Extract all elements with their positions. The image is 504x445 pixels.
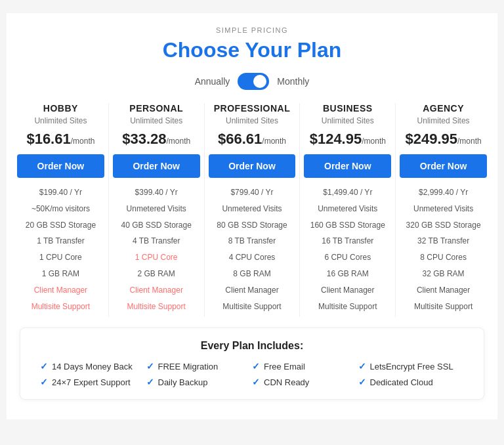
plans-table: HOBBY Unlimited Sites $16.61/month Order…	[7, 103, 497, 317]
plan-ram: 16 GB RAM	[304, 268, 391, 280]
check-icon: ✓	[252, 361, 260, 371]
plan-multisite: Multisite Support	[17, 301, 104, 312]
plan-multisite: Multisite Support	[400, 301, 487, 312]
plan-col-hobby: HOBBY Unlimited Sites $16.61/month Order…	[13, 103, 109, 317]
plan-storage: 80 GB SSD Storage	[209, 220, 296, 231]
simple-pricing-label: SIMPLE PRICING	[7, 26, 497, 34]
plan-visits: Unmetered Visits	[113, 203, 200, 215]
plan-cpu: 4 CPU Cores	[209, 252, 296, 263]
plan-price: $33.28/month	[122, 131, 190, 148]
includes-item: ✓FREE Migration	[146, 361, 253, 371]
includes-item: ✓Daily Backup	[146, 377, 253, 387]
plan-price: $66.61/month	[218, 131, 286, 148]
per-month: /month	[167, 137, 191, 146]
plan-transfer: 8 TB Transfer	[209, 236, 296, 247]
annually-label: Annually	[195, 76, 230, 87]
plan-client-manager: Client Manager	[400, 285, 487, 296]
includes-grid: ✓14 Days Money Back✓FREE Migration✓Free …	[40, 361, 464, 387]
includes-item: ✓CDN Ready	[252, 377, 358, 387]
check-icon: ✓	[40, 377, 48, 387]
per-month: /month	[457, 137, 482, 146]
plan-sites: Unlimited Sites	[322, 116, 374, 125]
plan-storage: 40 GB SSD Storage	[113, 220, 200, 231]
plan-col-agency: AGENCY Unlimited Sites $249.95/month Ord…	[396, 103, 491, 317]
title-accent: Plan	[297, 38, 342, 62]
plan-col-professional: PROFESSIONAL Unlimited Sites $66.61/mont…	[205, 103, 301, 317]
plan-visits: ~50K/mo visitors	[17, 203, 104, 215]
plan-cpu: 8 CPU Cores	[400, 252, 487, 263]
check-icon: ✓	[146, 361, 154, 371]
plan-transfer: 32 TB Transfer	[400, 236, 487, 247]
header-section: SIMPLE PRICING Choose Your Plan	[7, 26, 497, 62]
plan-storage: 20 GB SSD Storage	[17, 220, 104, 231]
plan-visits: Unmetered Visits	[400, 203, 487, 215]
monthly-label: Monthly	[277, 76, 309, 87]
order-btn-professional[interactable]: Order Now	[209, 154, 296, 178]
plan-sites: Unlimited Sites	[34, 116, 87, 125]
plan-cpu: 1 CPU Core	[113, 252, 200, 263]
plan-yearly: $399.40 / Yr	[113, 187, 200, 198]
plan-name: PERSONAL	[129, 103, 183, 114]
order-btn-business[interactable]: Order Now	[304, 154, 391, 178]
plan-col-personal: PERSONAL Unlimited Sites $33.28/month Or…	[109, 103, 205, 317]
includes-item: ✓Dedicated Cloud	[358, 377, 465, 387]
plan-client-manager: Client Manager	[17, 285, 104, 296]
plan-ram: 32 GB RAM	[400, 268, 487, 280]
plan-ram: 1 GB RAM	[17, 268, 104, 280]
includes-item: ✓14 Days Money Back	[40, 361, 146, 371]
plan-visits: Unmetered Visits	[209, 203, 296, 215]
includes-item-label: FREE Migration	[158, 362, 219, 371]
includes-item-label: CDN Ready	[264, 377, 309, 387]
order-btn-hobby[interactable]: Order Now	[17, 154, 104, 178]
includes-item-label: Dedicated Cloud	[370, 377, 433, 387]
check-icon: ✓	[252, 377, 260, 387]
plan-multisite: Multisite Support	[304, 301, 391, 312]
includes-item-label: LetsEncrypt Free SSL	[370, 362, 453, 371]
plan-storage: 320 GB SSD Storage	[400, 220, 487, 231]
title-plain: Choose Your	[163, 38, 297, 62]
billing-toggle[interactable]	[238, 73, 269, 90]
includes-item-label: Daily Backup	[158, 377, 208, 387]
plan-sites: Unlimited Sites	[130, 116, 182, 125]
per-month: /month	[262, 137, 286, 146]
plan-name: BUSINESS	[323, 103, 373, 114]
plan-visits: Unmetered Visits	[304, 203, 391, 215]
includes-item: ✓LetsEncrypt Free SSL	[358, 361, 465, 371]
plan-sites: Unlimited Sites	[417, 116, 470, 125]
plan-client-manager: Client Manager	[209, 285, 296, 296]
plan-cpu: 6 CPU Cores	[304, 252, 391, 263]
check-icon: ✓	[146, 377, 154, 387]
includes-item-label: Free Email	[264, 362, 305, 371]
plan-col-business: BUSINESS Unlimited Sites $124.95/month O…	[300, 103, 396, 317]
plan-name: HOBBY	[43, 103, 78, 114]
plan-yearly: $199.40 / Yr	[17, 187, 104, 198]
per-month: /month	[362, 137, 386, 146]
plan-storage: 160 GB SSD Storage	[304, 220, 391, 231]
plan-name: PROFESSIONAL	[214, 103, 290, 114]
includes-item-label: 14 Days Money Back	[52, 362, 133, 371]
billing-toggle-row: Annually Monthly	[7, 73, 497, 90]
order-btn-agency[interactable]: Order Now	[400, 154, 487, 178]
check-icon: ✓	[40, 361, 48, 371]
plan-transfer: 4 TB Transfer	[113, 236, 200, 247]
check-icon: ✓	[358, 361, 366, 371]
plan-price: $249.95/month	[405, 131, 481, 148]
plan-yearly: $2,999.40 / Yr	[400, 187, 487, 198]
plan-multisite: Multisite Support	[209, 301, 296, 312]
plan-client-manager: Client Manager	[304, 285, 391, 296]
includes-item-label: 24×7 Expert Support	[52, 377, 131, 387]
plan-multisite: Multisite Support	[113, 301, 200, 312]
main-title: Choose Your Plan	[7, 38, 497, 62]
page-container: SIMPLE PRICING Choose Your Plan Annually…	[7, 13, 497, 419]
includes-item: ✓Free Email	[252, 361, 358, 371]
includes-title: Every Plan Includes:	[40, 340, 464, 352]
plan-transfer: 1 TB Transfer	[17, 236, 104, 247]
plan-cpu: 1 CPU Core	[17, 252, 104, 263]
includes-item: ✓24×7 Expert Support	[40, 377, 146, 387]
plan-yearly: $799.40 / Yr	[209, 187, 296, 198]
per-month: /month	[71, 137, 95, 146]
order-btn-personal[interactable]: Order Now	[113, 154, 200, 178]
plan-sites: Unlimited Sites	[226, 116, 278, 125]
plan-ram: 2 GB RAM	[113, 268, 200, 280]
plan-ram: 8 GB RAM	[209, 268, 296, 280]
